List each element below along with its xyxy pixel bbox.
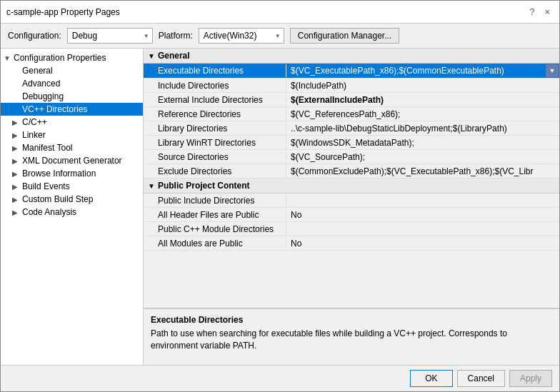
tree-item-linker[interactable]: ▶ Linker [1,129,143,141]
collapse-icon-public: ▼ [148,182,155,190]
tree-item-custom-build[interactable]: ▶ Custom Build Step [1,193,143,206]
prop-row-reference-dirs[interactable]: Reference Directories $(VC_ReferencesPat… [144,107,559,121]
description-title: Executable Directories [151,315,552,325]
platform-select[interactable]: Active(Win32) [199,28,284,44]
prop-row-all-modules-public[interactable]: All Modules are Public No [144,236,559,251]
right-panel: ▼ General Executable Directories $(VC_Ex… [144,49,559,365]
prop-value-include-dirs: $(IncludePath) [286,79,559,92]
tree-label-code-analysis: Code Analysis [22,207,76,217]
prop-value-external-include-dirs: $(ExternalIncludePath) [286,94,559,106]
title-bar: c-sample-app Property Pages ? × [1,1,559,24]
prop-name-library-winrt-dirs: Library WinRT Directories [144,136,286,149]
prop-row-library-winrt-dirs[interactable]: Library WinRT Directories $(WindowsSDK_M… [144,136,559,150]
prop-value-exclude-dirs: $(CommonExcludePath);$(VC_ExecutablePath… [286,165,559,178]
section-label-general: General [158,51,190,61]
title-bar-controls: ? × [526,5,554,19]
expand-icon-build: ▶ [12,183,22,191]
tree-label-general: General [22,66,53,76]
tree-item-general[interactable]: General [1,64,143,77]
tree-item-debugging[interactable]: Debugging [1,90,143,103]
main-content: ▼ Configuration Properties General Advan… [1,49,559,365]
expand-icon-custom-build: ▶ [12,196,22,203]
property-pages-dialog: c-sample-app Property Pages ? × Configur… [0,0,560,392]
bottom-bar: OK Cancel Apply [1,365,559,391]
description-panel: Executable Directories Path to use when … [144,308,559,365]
help-button[interactable]: ? [526,5,538,19]
prop-row-all-header-public[interactable]: All Header Files are Public No [144,208,559,222]
prop-row-executable-dirs[interactable]: Executable Directories $(VC_ExecutablePa… [144,64,559,79]
tree-item-c-cpp[interactable]: ▶ C/C++ [1,116,143,129]
prop-row-public-include-dirs[interactable]: Public Include Directories [144,194,559,208]
tree-label-debugging: Debugging [22,91,64,101]
expand-icon-browse: ▶ [12,170,22,178]
prop-value-public-cpp-module-dirs [286,228,559,231]
prop-name-include-dirs: Include Directories [144,79,286,92]
tree-item-vc-directories[interactable]: VC++ Directories [1,103,143,116]
tree-label-linker: Linker [22,130,46,140]
expand-icon-config: ▼ [4,54,14,62]
config-select[interactable]: Debug [67,28,153,44]
prop-name-all-header-public: All Header Files are Public [144,208,286,221]
ok-button[interactable]: OK [410,370,452,387]
prop-value-source-dirs: $(VC_SourcePath); [286,151,559,164]
prop-value-executable-dirs: $(VC_ExecutablePath_x86);$(CommonExecuta… [286,64,545,77]
tree-item-xml-doc-gen[interactable]: ▶ XML Document Generator [1,154,143,167]
prop-value-public-include-dirs [286,199,559,202]
tree-item-browse-info[interactable]: ▶ Browse Information [1,167,143,180]
prop-value-all-modules-public: No [286,237,559,250]
tree-label-advanced: Advanced [22,79,60,89]
tree-label-xml-doc-gen: XML Document Generator [22,156,122,166]
section-header-public-content[interactable]: ▼ Public Project Content [144,179,559,194]
dropdown-btn-executable[interactable]: ▼ [545,64,559,78]
close-button[interactable]: × [541,5,554,19]
props-area: ▼ General Executable Directories $(VC_Ex… [144,49,559,308]
prop-row-include-dirs[interactable]: Include Directories $(IncludePath) [144,79,559,93]
tree-item-config-properties[interactable]: ▼ Configuration Properties [1,51,143,64]
tree-item-manifest-tool[interactable]: ▶ Manifest Tool [1,141,143,154]
platform-label: Platform: [159,31,193,41]
prop-name-exclude-dirs: Exclude Directories [144,165,286,178]
tree-item-build-events[interactable]: ▶ Build Events [1,180,143,193]
tree-label-ccpp: C/C++ [22,117,47,127]
prop-row-external-include-dirs[interactable]: External Include Directories $(ExternalI… [144,93,559,107]
expand-icon-code-analysis: ▶ [12,208,22,216]
expand-icon-linker: ▶ [12,131,22,139]
config-manager-button[interactable]: Configuration Manager... [290,28,399,44]
prop-name-executable-dirs: Executable Directories [144,64,286,77]
prop-row-public-cpp-module-dirs[interactable]: Public C++ Module Directories [144,222,559,236]
prop-name-public-cpp-module-dirs: Public C++ Module Directories [144,223,286,236]
tree-label-custom-build: Custom Build Step [22,194,93,204]
cancel-button[interactable]: Cancel [457,370,505,387]
dialog-title: c-sample-app Property Pages [6,7,120,17]
prop-name-public-include-dirs: Public Include Directories [144,194,286,207]
prop-name-library-dirs: Library Directories [144,122,286,135]
platform-select-wrapper: Active(Win32) [199,28,284,44]
prop-value-library-winrt-dirs: $(WindowsSDK_MetadataPath); [286,136,559,149]
prop-value-all-header-public: No [286,208,559,221]
collapse-icon-general: ▼ [148,52,155,60]
section-header-general[interactable]: ▼ General [144,49,559,64]
prop-row-exclude-dirs[interactable]: Exclude Directories $(CommonExcludePath)… [144,164,559,179]
tree-label-config-properties: Configuration Properties [14,53,106,63]
prop-value-library-dirs: ..\c-sample-lib\DebugStaticLibDeployment… [286,122,559,135]
apply-button[interactable]: Apply [509,370,552,387]
prop-value-wrapper-executable: $(VC_ExecutablePath_x86);$(CommonExecuta… [286,64,559,78]
prop-row-source-dirs[interactable]: Source Directories $(VC_SourcePath); [144,150,559,164]
config-select-wrapper: Debug [67,28,153,44]
prop-name-all-modules-public: All Modules are Public [144,237,286,250]
prop-row-library-dirs[interactable]: Library Directories ..\c-sample-lib\Debu… [144,121,559,136]
expand-icon-manifest: ▶ [12,144,22,152]
tree-label-manifest-tool: Manifest Tool [22,143,72,153]
tree-item-advanced[interactable]: Advanced [1,77,143,90]
section-label-public-content: Public Project Content [158,181,250,191]
prop-name-reference-dirs: Reference Directories [144,108,286,121]
config-bar: Configuration: Debug Platform: Active(Wi… [1,24,559,49]
expand-icon-xml: ▶ [12,157,22,165]
tree-label-browse-info: Browse Information [22,169,96,179]
prop-value-reference-dirs: $(VC_ReferencesPath_x86); [286,108,559,121]
prop-name-source-dirs: Source Directories [144,151,286,164]
tree-label-build-events: Build Events [22,181,70,191]
expand-icon-ccpp: ▶ [12,119,22,126]
left-panel: ▼ Configuration Properties General Advan… [1,49,144,365]
tree-item-code-analysis[interactable]: ▶ Code Analysis [1,206,143,218]
